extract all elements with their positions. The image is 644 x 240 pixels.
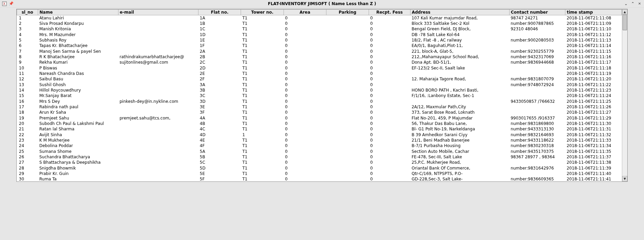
cell-tower[interactable]: T1 [241, 104, 284, 110]
cell-addr[interactable]: F/1/16, :Lanbony Estate, Sec-1 [410, 93, 509, 98]
cell-fees[interactable]: 0 [369, 171, 410, 176]
table-row[interactable]: 6Tapas Kr. Bhattacharjee1FT100EA/0/1, Ba… [17, 43, 622, 48]
cell-sl[interactable]: 10 [17, 65, 38, 70]
cell-email[interactable] [118, 37, 198, 43]
cell-sl[interactable]: 15 [17, 93, 38, 98]
cell-sl[interactable]: 16 [17, 98, 38, 104]
cell-contact[interactable]: number:9433118622 [509, 138, 565, 143]
cell-tower[interactable]: T1 [241, 154, 284, 160]
cell-addr[interactable]: 212,,Mahamayapur School Road, [410, 54, 509, 60]
cell-ts[interactable]: 2018-11-06T21:11:39 [565, 165, 622, 171]
cell-area[interactable]: 0 [284, 104, 326, 110]
cell-area[interactable]: 0 [284, 148, 326, 154]
cell-tower[interactable]: T1 [241, 126, 284, 132]
cell-email[interactable] [118, 71, 198, 76]
col-flat[interactable]: Flat no. [198, 10, 241, 15]
app-icon[interactable]: X [2, 1, 7, 6]
cell-sl[interactable]: 21 [17, 126, 38, 132]
cell-addr[interactable]: 107 Kali Kumar majumdar Road, [410, 15, 509, 21]
cell-area[interactable]: 0 [284, 154, 326, 160]
cell-contact[interactable] [509, 93, 565, 98]
cell-tower[interactable]: T1 [241, 32, 284, 37]
close-icon[interactable] [637, 1, 642, 6]
cell-addr[interactable]: 18/2, Flat -8 , AC railway [410, 37, 509, 43]
cell-sl[interactable]: 29 [17, 171, 38, 176]
cell-fees[interactable]: 0 [369, 104, 410, 110]
cell-area[interactable]: 0 [284, 171, 326, 176]
cell-ts[interactable]: 2018-11-06T21:11:08 [565, 15, 622, 21]
cell-tower[interactable]: T1 [241, 165, 284, 171]
table-row[interactable]: 13Sushil Ghosh3AT100number:9748072924201… [17, 82, 622, 87]
table-row[interactable]: 3Manish Kritonia1CT100Bengal Green Field… [17, 26, 622, 32]
cell-name[interactable]: Mrs S Dey [38, 98, 118, 104]
cell-contact[interactable]: number:9836609365 [509, 176, 565, 181]
col-area[interactable]: Area [284, 10, 326, 15]
cell-addr[interactable]: B 39 Amhedkor Sarani Ciyy [410, 132, 509, 137]
cell-name[interactable]: Subodh Ch Paul & Lakshmi Paul [38, 121, 118, 126]
cell-tower[interactable]: T1 [241, 98, 284, 104]
cell-tower[interactable]: T1 [241, 143, 284, 148]
scroll-track[interactable] [622, 15, 627, 176]
cell-email[interactable] [118, 126, 198, 132]
cell-name[interactable]: Nareash Chandra Das [38, 71, 118, 76]
cell-flat[interactable]: 3F [198, 110, 241, 115]
cell-email[interactable] [118, 21, 198, 26]
cell-ts[interactable]: 2018-11-06T21:11:40 [565, 171, 622, 176]
cell-park[interactable] [326, 76, 369, 82]
cell-ts[interactable]: 2018-11-06T21:11:32 [565, 132, 622, 137]
cell-addr[interactable]: Bl- G1 Polt No-19, Narkeldanga [410, 126, 509, 132]
table-row[interactable]: 19Premjeet Sahupremjeet.sahu@tcs.com,4AT… [17, 115, 622, 121]
cell-name[interactable]: Manish Kritonia [38, 26, 118, 32]
table-row[interactable]: 22Avijit Sinha4D100B 39 Amhedkor Sarani … [17, 132, 622, 137]
cell-tower[interactable]: T1 [241, 148, 284, 154]
col-parking[interactable]: Parking [326, 10, 369, 15]
maximize-icon[interactable] [630, 1, 635, 6]
cell-addr[interactable]: 221, block-A, Glat-5, [410, 48, 509, 54]
cell-name[interactable]: Mrs. M Mazumder [38, 32, 118, 37]
cell-fees[interactable]: 0 [369, 82, 410, 87]
cell-addr[interactable]: 56, Thakur Das Babu Lane, [410, 121, 509, 126]
cell-name[interactable]: Siva Prosad Kondarpu [38, 21, 118, 26]
cell-flat[interactable]: 3D [198, 98, 241, 104]
cell-contact[interactable]: number:9002080503 [509, 37, 565, 43]
cell-contact[interactable]: number:9830230318 [509, 143, 565, 148]
cell-contact[interactable]: 98747 24271 [509, 15, 565, 21]
cell-addr[interactable]: 373, Sarat Bose Road, Loknath [410, 110, 509, 115]
cell-fees[interactable]: 0 [369, 98, 410, 104]
cell-name[interactable]: Atanu Lahiri [38, 15, 118, 21]
cell-addr[interactable]: 25,P.C. Mukherjee Road, [410, 160, 509, 165]
cell-sl[interactable]: 7 [17, 48, 38, 54]
cell-name[interactable]: Hillol Roycouwdhury [38, 87, 118, 93]
cell-addr[interactable]: Bengal Green Field, DJ Block, [410, 26, 509, 32]
table-row[interactable]: 5Subhasis Roy1ET10018/2, Flat -8 , AC ra… [17, 37, 622, 43]
cell-park[interactable] [326, 121, 369, 126]
table-row[interactable]: 17Rabindra nath paul3ET1002A/12, Maxmula… [17, 104, 622, 110]
cell-sl[interactable]: 3 [17, 26, 38, 32]
cell-fees[interactable]: 0 [369, 138, 410, 143]
cell-area[interactable]: 0 [284, 138, 326, 143]
cell-email[interactable] [118, 160, 198, 165]
table-row[interactable]: 2Siva Prosad Kondarpu1BT100Block 333 Sal… [17, 21, 622, 26]
cell-name[interactable]: Rekha Kumari [38, 60, 118, 65]
cell-contact[interactable]: number:9007887865 [509, 21, 565, 26]
cell-tower[interactable]: T1 [241, 93, 284, 98]
cell-fees[interactable]: 0 [369, 115, 410, 121]
cell-fees[interactable]: 0 [369, 121, 410, 126]
cell-fees[interactable]: 0 [369, 148, 410, 154]
cell-park[interactable] [326, 115, 369, 121]
cell-contact[interactable] [509, 110, 565, 115]
cell-sl[interactable]: 30 [17, 176, 38, 181]
cell-area[interactable]: 0 [284, 160, 326, 165]
cell-name[interactable]: Ratan lal Sharma [38, 126, 118, 132]
cell-name[interactable]: Mr.Sanjay Barat [38, 93, 118, 98]
cell-name[interactable]: Rabindra nath paul [38, 104, 118, 110]
cell-tower[interactable]: T1 [241, 76, 284, 82]
cell-sl[interactable]: 18 [17, 110, 38, 115]
cell-email[interactable] [118, 93, 198, 98]
cell-tower[interactable]: T1 [241, 82, 284, 87]
cell-name[interactable]: Sumana Shome [38, 148, 118, 154]
table-row[interactable]: 26Suchandra Bhattacharya5BT100FE-478, Se… [17, 154, 622, 160]
cell-email[interactable]: premjeet.sahu@tcs.com, [118, 115, 198, 121]
cell-contact[interactable]: number:9433313130 [509, 126, 565, 132]
cell-email[interactable]: rathindrakumarbhattacharjee@ [118, 54, 198, 60]
